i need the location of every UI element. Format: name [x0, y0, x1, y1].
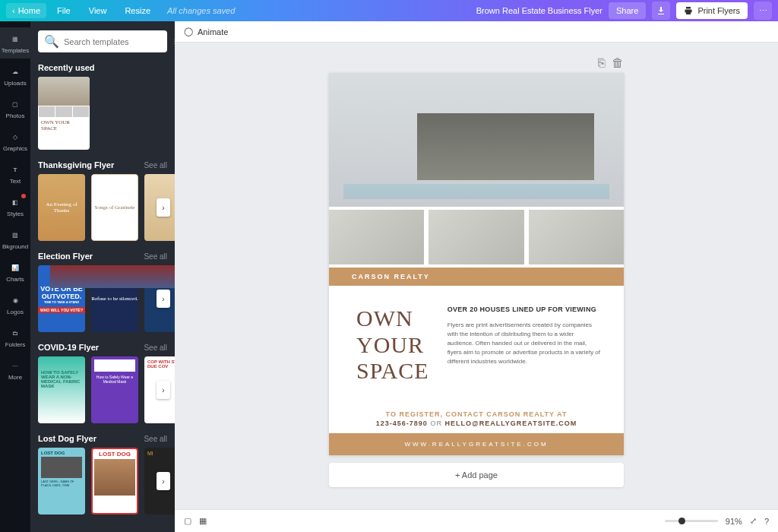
duplicate-page-icon[interactable]: ⎘ [598, 56, 606, 70]
templates-icon: ▦ [8, 32, 22, 46]
home-button[interactable]: ‹ Home [6, 3, 46, 18]
scroll-right-button[interactable]: › [157, 472, 170, 490]
flyer-content: OWN YOUR SPACE OVER 20 HOUSES LINED UP F… [329, 286, 624, 404]
tool-rail: ▦Templates ☁Uploads ▢Photos ◇Graphics TT… [0, 21, 30, 532]
flyer-image-strip [329, 207, 624, 268]
top-menu-left: ‹ Home File View Resize All changes save… [6, 3, 235, 18]
share-button[interactable]: Share [609, 2, 646, 19]
zoom-slider[interactable] [665, 520, 718, 522]
notes-icon[interactable]: ▢ [184, 516, 191, 526]
chevron-left-icon: ‹ [12, 6, 15, 15]
top-menu-right: Brown Real Estate Business Flyer Share P… [476, 2, 772, 20]
rail-more[interactable]: ⋯More [0, 354, 30, 385]
graphics-icon: ◇ [8, 130, 22, 144]
more-icon: ⋯ [8, 359, 22, 372]
see-all-link[interactable]: See all [144, 344, 167, 352]
save-status: All changes saved [167, 6, 235, 15]
background-icon: ▨ [8, 228, 22, 242]
photos-icon: ▢ [8, 97, 22, 111]
animate-icon: ◯ [184, 27, 193, 36]
flyer-hero-image[interactable] [329, 73, 624, 207]
print-label: Print Flyers [697, 6, 740, 15]
rail-folders[interactable]: 🗀Folders [0, 321, 30, 353]
download-icon [656, 6, 666, 15]
logos-icon: ◉ [8, 293, 22, 307]
flyer-subhead[interactable]: OVER 20 HOUSES LINED UP FOR VIEWING [448, 306, 601, 313]
more-menu-button[interactable]: ⋯ [754, 2, 772, 20]
scroll-right-button[interactable]: › [157, 381, 170, 399]
home-label: Home [18, 6, 40, 15]
template-thumb[interactable]: How to Safely Wear a Medical Mask [91, 356, 138, 423]
grid-view-icon[interactable]: ▦ [199, 516, 207, 526]
resize-menu[interactable]: Resize [117, 3, 158, 18]
delete-page-icon[interactable]: 🗑 [612, 56, 624, 70]
section-title: Election Flyer [38, 252, 93, 261]
template-sidebar: ‹ 🔍 ≡ Recently used OWN YOUR SPACE Thank… [30, 21, 175, 532]
search-input[interactable] [64, 37, 169, 46]
rail-background[interactable]: ▨Bkground [0, 223, 30, 255]
template-thumb[interactable]: HOW TO SAFELY WEAR A NON-MEDICAL FABRIC … [38, 356, 85, 423]
template-thumb[interactable]: Songs of Gratitude [91, 174, 138, 241]
document-title[interactable]: Brown Real Estate Business Flyer [476, 6, 602, 15]
flyer-canvas[interactable]: CARSON REALTY OWN YOUR SPACE OVER 20 HOU… [329, 73, 624, 455]
view-menu[interactable]: View [81, 3, 115, 18]
fullscreen-icon[interactable]: ⤢ [750, 516, 757, 526]
flyer-brand-bar[interactable]: CARSON REALTY [329, 268, 624, 286]
see-all-link[interactable]: See all [144, 435, 167, 443]
help-icon[interactable]: ? [764, 517, 769, 526]
section-election: Election FlyerSee all VOTE OR BEOUTVOTED… [38, 252, 167, 332]
rail-uploads[interactable]: ☁Uploads [0, 60, 30, 91]
rail-styles[interactable]: ◧Styles [0, 191, 30, 222]
template-thumb[interactable]: Refuse to be silenced. [91, 265, 138, 332]
section-title: Recently used [38, 63, 95, 72]
canvas-toolbar: ◯ Animate [175, 21, 778, 43]
flyer-strip-image[interactable] [529, 210, 624, 264]
animate-label: Animate [198, 27, 228, 36]
scroll-right-button[interactable]: › [157, 198, 170, 217]
rail-charts[interactable]: 📊Charts [0, 256, 30, 287]
page-actions: ⎘ 🗑 [329, 56, 624, 70]
zoom-level[interactable]: 91% [726, 517, 742, 526]
top-menu-bar: ‹ Home File View Resize All changes save… [0, 0, 778, 21]
rail-logos[interactable]: ◉Logos [0, 289, 30, 320]
new-badge [21, 194, 26, 198]
flyer-body-text[interactable]: Flyers are print advertisements created … [448, 321, 601, 366]
rail-graphics[interactable]: ◇Graphics [0, 125, 30, 157]
rail-text[interactable]: TText [0, 158, 30, 189]
section-thanksgiving: Thanksgiving FlyerSee all An Evening of … [38, 160, 167, 241]
animate-button[interactable]: ◯ Animate [184, 27, 228, 36]
print-flyers-button[interactable]: Print Flyers [676, 2, 748, 19]
bottom-bar: ▢ ▦ 91% ⤢ ? [175, 509, 778, 532]
add-page-button[interactable]: + Add page [329, 463, 624, 487]
canvas-area: ◯ Animate ⎘ 🗑 CARSON REALTY OWN [175, 21, 778, 532]
section-recent: Recently used OWN YOUR SPACE [38, 63, 167, 150]
section-title: Thanksgiving Flyer [38, 160, 114, 169]
template-thumb[interactable]: OWN YOUR SPACE [38, 77, 90, 150]
flyer-strip-image[interactable] [429, 210, 523, 264]
flyer-strip-image[interactable] [329, 210, 424, 264]
file-menu[interactable]: File [49, 3, 78, 18]
print-icon [684, 6, 693, 15]
see-all-link[interactable]: See all [144, 252, 167, 261]
section-covid: COVID-19 FlyerSee all HOW TO SAFELY WEAR… [38, 343, 167, 423]
flyer-body-column: OVER 20 HOUSES LINED UP FOR VIEWING Flye… [448, 306, 601, 385]
rail-templates[interactable]: ▦Templates [0, 27, 30, 59]
section-title: Lost Dog Flyer [38, 434, 96, 443]
text-icon: T [8, 163, 22, 176]
flyer-headline[interactable]: OWN YOUR SPACE [356, 306, 429, 385]
template-thumb[interactable]: LOST DOGLAST SEEN - NAME OF PLACE, DATE,… [38, 448, 85, 515]
section-title: COVID-19 Flyer [38, 343, 99, 352]
see-all-link[interactable]: See all [144, 161, 167, 169]
rail-photos[interactable]: ▢Photos [0, 93, 30, 124]
flyer-contact[interactable]: TO REGISTER, CONTACT CARSON REALTY AT 12… [329, 404, 624, 433]
dots-icon: ⋯ [759, 6, 767, 16]
uploads-icon: ☁ [8, 65, 22, 78]
scroll-right-button[interactable]: › [157, 290, 170, 308]
template-thumb[interactable]: LOST DOG [91, 448, 138, 515]
download-button[interactable] [652, 2, 670, 20]
canvas-scroll[interactable]: ⎘ 🗑 CARSON REALTY OWN YOUR SPACE [175, 43, 778, 509]
template-thumb[interactable]: An Evening of Thanks [38, 174, 85, 241]
section-lostdog: Lost Dog FlyerSee all LOST DOGLAST SEEN … [38, 434, 167, 515]
flyer-footer[interactable]: WWW.REALLYGREATSITE.COM [329, 433, 624, 455]
search-icon: 🔍 [44, 34, 59, 49]
